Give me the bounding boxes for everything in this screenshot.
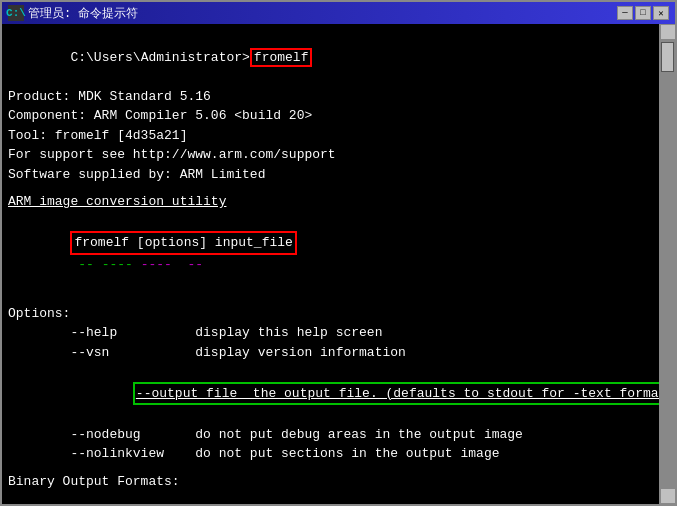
tool-line: Tool: fromelf [4d35a21] [8, 126, 651, 146]
titlebar: C:\ 管理员: 命令提示符 ─ □ ✕ [2, 2, 675, 24]
dashes-after-usage: -- [70, 257, 101, 272]
usage-box: fromelf [options] input_file [70, 231, 296, 255]
titlebar-buttons: ─ □ ✕ [617, 6, 669, 20]
titlebar-title: 管理员: 命令提示符 [28, 5, 138, 22]
blank1 [8, 184, 651, 192]
fromelf-command: fromelf [250, 48, 313, 67]
prompt-text: C:\Users\Administrator> [70, 50, 249, 65]
bin-line: --bin Plain Binary --- ---- ---- -- [8, 491, 651, 504]
help-line: --help display this help screen [8, 323, 651, 343]
minimize-button[interactable]: ─ [617, 6, 633, 20]
software-line: Software supplied by: ARM Limited [8, 165, 651, 185]
blank2 [8, 296, 651, 304]
close-button[interactable]: ✕ [653, 6, 669, 20]
scrollbar[interactable]: ▲ ▼ [659, 24, 675, 504]
titlebar-icon: C:\ [8, 5, 24, 21]
titlebar-left: C:\ 管理员: 命令提示符 [8, 5, 138, 22]
maximize-button[interactable]: □ [635, 6, 651, 20]
console-area: C:\Users\Administrator>fromelf Product: … [2, 24, 675, 504]
binary-header: Binary Output Formats: [8, 472, 651, 492]
nolinkview-line: --nolinkview do not put sections in the … [8, 444, 651, 464]
component-line: Component: ARM Compiler 5.06 <build 20> [8, 106, 651, 126]
scroll-up-button[interactable]: ▲ [660, 24, 676, 40]
output-file-line: --output_file the output file. (defaults… [8, 362, 651, 425]
usage-line: fromelf [options] input_file -- ---- ---… [8, 212, 651, 294]
arm-image-line: ARM image conversion utility [8, 192, 651, 212]
vsn-line: --vsn display version information [8, 343, 651, 363]
blank3 [8, 464, 651, 472]
scroll-thumb[interactable] [661, 42, 674, 72]
prompt-line: C:\Users\Administrator>fromelf [8, 28, 651, 87]
nodebug-line: --nodebug do not put debug areas in the … [8, 425, 651, 445]
scroll-track [660, 40, 675, 488]
scroll-down-button[interactable]: ▼ [660, 488, 676, 504]
product-line: Product: MDK Standard 5.16 [8, 87, 651, 107]
console-content: C:\Users\Administrator>fromelf Product: … [8, 28, 669, 504]
window: C:\ 管理员: 命令提示符 ─ □ ✕ C:\Users\Administra… [0, 0, 677, 506]
support-line: For support see http://www.arm.com/suppo… [8, 145, 651, 165]
options-header: Options: [8, 304, 651, 324]
output-file-option: --output_file the output file. (defaults… [133, 382, 675, 406]
